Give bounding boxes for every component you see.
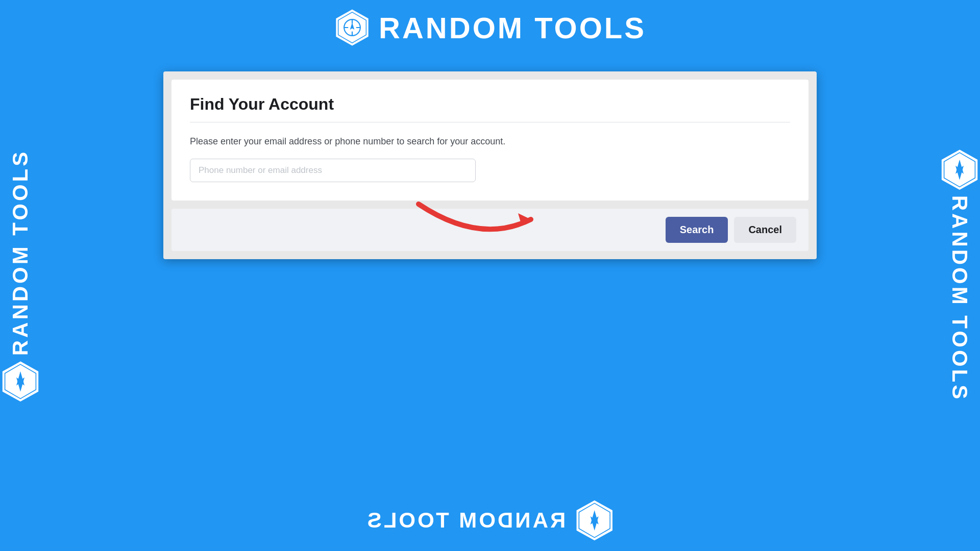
header-title: RANDOM TOOLS (379, 11, 646, 45)
bottom-watermark-text: RANDOM TOOLS (365, 508, 566, 533)
dialog-content: Find Your Account Please enter your emai… (172, 80, 808, 201)
arrow-annotation (408, 194, 551, 247)
right-watermark: RANDOM TOOLS (939, 149, 980, 402)
find-account-dialog: Find Your Account Please enter your emai… (163, 71, 817, 259)
right-watermark-icon (939, 149, 980, 190)
bottom-watermark-icon (574, 500, 615, 541)
phone-email-input[interactable] (190, 159, 476, 182)
left-watermark-icon (0, 361, 41, 402)
right-watermark-text: RANDOM TOOLS (947, 195, 972, 402)
cancel-button[interactable]: Cancel (734, 217, 796, 243)
dialog-divider (190, 122, 790, 122)
search-button[interactable]: Search (666, 217, 728, 243)
bottom-watermark: RANDOM TOOLS (365, 500, 615, 541)
left-watermark-text: RANDOM TOOLS (8, 149, 33, 356)
header: RANDOM TOOLS (0, 0, 980, 51)
dialog-description: Please enter your email address or phone… (190, 135, 619, 148)
dialog-title: Find Your Account (190, 95, 790, 114)
left-watermark: RANDOM TOOLS (0, 149, 41, 402)
dialog-footer: Search Cancel (172, 209, 808, 251)
header-logo-icon (334, 9, 371, 46)
